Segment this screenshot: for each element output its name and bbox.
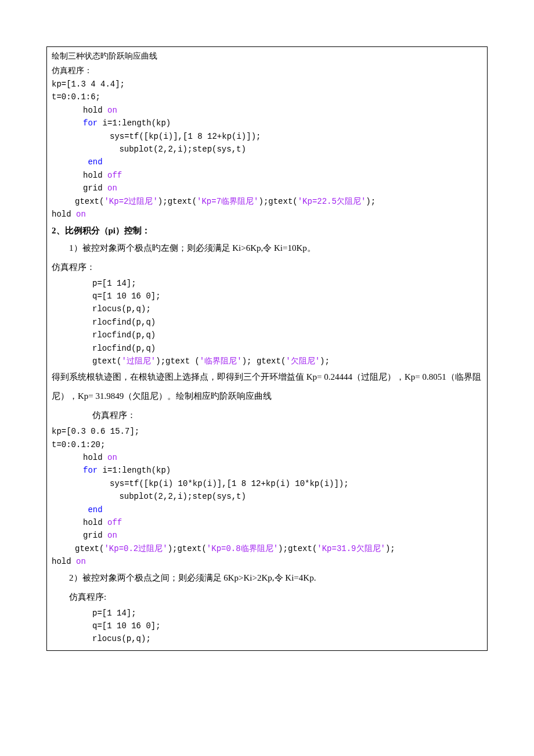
paragraph: 得到系统根轨迹图，在根轨迹图上选择点，即得到三个开环增益值 Kp= 0.2444… [52,368,482,406]
code-line: hold on [52,451,482,464]
code-line: grid on [52,529,482,542]
code-line: t=0:0.1:6; [52,91,482,103]
code-line: t=0:0.1:20; [52,438,482,451]
subtitle: 仿真程序： [52,258,482,277]
code-line: rlocfind(p,q) [52,342,482,355]
code-line: rlocfind(p,q) [52,329,482,341]
code-line: hold off [52,169,482,182]
code-line: hold on [52,104,482,117]
section-heading: 2、比例积分（pi）控制： [52,223,482,238]
code-line: sys=tf([kp(i) 10*kp(i)],[1 8 12+kp(i) 10… [52,477,482,490]
paragraph: 1）被控对象两个极点旳左侧；则必须满足 Ki>6Kp,令 Ki=10Kp。 [52,239,482,258]
subtitle: 仿真程序： [52,406,482,425]
code-line: p=[1 14]; [52,607,482,620]
code-line: kp=[0.3 0.6 15.7]; [52,425,482,438]
block1-subtitle: 仿真程序： [52,64,482,78]
paragraph: 2）被控对象两个极点之间；则必须满足 6Kp>Ki>2Kp,令 Ki=4Kp. [52,568,482,588]
code-line: grid on [52,182,482,195]
content-box: 绘制三种状态旳阶跃响应曲线 仿真程序： kp=[1.3 4 4.4]; t=0:… [46,46,488,651]
code-line: for i=1:length(kp) [52,117,482,129]
code-line: end [52,503,482,516]
block1-title: 绘制三种状态旳阶跃响应曲线 [52,49,482,64]
code-line: q=[1 10 16 0]; [52,290,482,303]
code-line: for i=1:length(kp) [52,464,482,477]
code-line: hold on [52,555,482,568]
code-line: subplot(2,2,i);step(sys,t) [52,490,482,503]
code-line: rlocus(p,q); [52,632,482,645]
code-line: hold on [52,208,482,221]
code-line: p=[1 14]; [52,277,482,290]
code-line: gtext('Kp=0.2过阻尼');gtext('Kp=0.8临界阻尼');g… [52,542,482,555]
code-line: q=[1 10 16 0]; [52,620,482,632]
code-line: sys=tf([kp(i)],[1 8 12+kp(i)]); [52,130,482,143]
code-line: gtext('过阻尼');gtext ('临界阻尼'); gtext('欠阻尼'… [52,355,482,368]
code-line: kp=[1.3 4 4.4]; [52,78,482,91]
code-line: hold off [52,516,482,529]
code-line: rlocus(p,q); [52,303,482,315]
document-page: 绘制三种状态旳阶跃响应曲线 仿真程序： kp=[1.3 4 4.4]; t=0:… [0,46,534,651]
subtitle: 仿真程序: [52,588,482,607]
code-line: gtext('Kp=2过阻尼');gtext('Kp=7临界阻尼');gtext… [52,195,482,208]
code-line: end [52,156,482,168]
code-line: subplot(2,2,i);step(sys,t) [52,143,482,156]
code-line: rlocfind(p,q) [52,316,482,329]
